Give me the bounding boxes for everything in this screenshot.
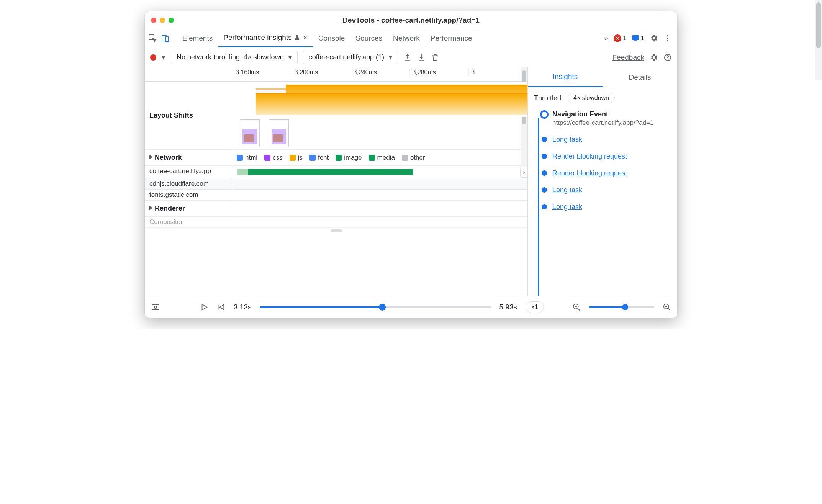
network-host[interactable]: fonts.gstatic.com (145, 190, 233, 200)
network-section-label[interactable]: Network (145, 150, 233, 165)
tab-performance[interactable]: Performance (425, 29, 478, 47)
inspect-icon[interactable] (148, 34, 157, 43)
close-window-button[interactable] (151, 18, 156, 23)
zoom-in-icon[interactable] (663, 303, 671, 311)
playback-speed[interactable]: x1 (526, 301, 544, 313)
recording-select[interactable]: coffee-cart.netlify.app (1)▾ (303, 51, 398, 64)
network-request-bar[interactable] (248, 169, 413, 175)
network-host[interactable]: coffee-cart.netlify.app (145, 166, 233, 178)
layout-shift-thumbnails (233, 117, 527, 149)
help-icon[interactable] (663, 53, 672, 62)
timeline-dot-icon (540, 110, 549, 119)
tab-sources[interactable]: Sources (350, 29, 388, 47)
record-button[interactable] (150, 54, 156, 61)
insight-item[interactable]: Long task (534, 203, 671, 211)
flask-icon (294, 34, 300, 41)
tab-network[interactable]: Network (388, 29, 425, 47)
issues-badge[interactable]: 1 (632, 34, 644, 42)
preview-icon[interactable] (151, 303, 160, 312)
throttling-select[interactable]: No network throttling, 4× slowdown▾ (171, 51, 298, 64)
feedback-link[interactable]: Feedback (612, 53, 644, 62)
chevron-right-icon (149, 206, 152, 210)
minimize-window-button[interactable] (160, 18, 165, 23)
insight-item[interactable]: Long task (534, 135, 671, 144)
panel-settings-icon[interactable] (650, 53, 658, 62)
resize-handle[interactable] (331, 229, 342, 232)
performance-toolbar: ▾ No network throttling, 4× slowdown▾ co… (145, 47, 677, 67)
timeline-chart[interactable] (233, 82, 527, 117)
svg-point-3 (667, 35, 668, 36)
time-ruler[interactable]: 3,160ms 3,200ms 3,240ms 3,280ms 3 (233, 67, 527, 81)
zoom-slider[interactable] (589, 306, 654, 308)
window-title: DevTools - coffee-cart.netlify.app/?ad=1 (145, 16, 677, 25)
chevron-right-icon (149, 155, 152, 159)
time-start: 3.13s (234, 303, 251, 311)
tab-console[interactable]: Console (313, 29, 350, 47)
network-legend: html css js font image media other (233, 151, 429, 165)
close-tab-icon[interactable]: ✕ (303, 34, 308, 41)
issues-icon (632, 34, 639, 42)
import-icon[interactable] (417, 53, 426, 62)
playback-footer: 3.13s 5.93s x1 (145, 296, 677, 318)
renderer-section-label[interactable]: Renderer (145, 201, 233, 216)
expand-sidebar-icon[interactable]: › (520, 167, 528, 178)
tab-insights[interactable]: Insights (528, 67, 603, 87)
svg-point-4 (667, 38, 668, 39)
layout-shift-thumb[interactable] (269, 119, 289, 147)
time-end: 5.93s (499, 303, 517, 311)
insight-item[interactable]: Render blocking request (534, 169, 671, 177)
layout-shift-thumb[interactable] (240, 119, 260, 147)
throttled-row: Throttled: 4× slowdown (528, 87, 677, 109)
kebab-menu-icon[interactable] (663, 34, 672, 43)
tab-elements[interactable]: Elements (177, 29, 218, 47)
more-tabs-icon[interactable]: » (604, 34, 609, 43)
time-slider[interactable] (260, 306, 491, 308)
layout-shifts-label: Layout Shifts (145, 82, 233, 149)
throttled-pill[interactable]: 4× slowdown (568, 93, 615, 103)
delete-icon[interactable] (431, 53, 439, 62)
svg-point-8 (154, 306, 157, 308)
network-host[interactable]: cdnjs.cloudflare.com (145, 178, 233, 189)
error-icon: ✕ (614, 34, 621, 42)
insight-nav-event[interactable]: Navigation Event https://coffee-cart.net… (534, 110, 671, 127)
tab-performance-insights[interactable]: Performance insights ✕ (218, 29, 313, 47)
play-icon[interactable] (200, 303, 208, 311)
settings-icon[interactable] (650, 34, 658, 43)
rewind-icon[interactable] (217, 303, 225, 311)
empty-row-label (145, 67, 233, 81)
svg-rect-7 (152, 304, 159, 310)
maximize-window-button[interactable] (169, 18, 174, 23)
svg-point-5 (667, 40, 668, 41)
insight-item[interactable]: Long task (534, 186, 671, 194)
tab-details[interactable]: Details (603, 67, 677, 87)
compositor-section-label[interactable]: Compositor (145, 217, 233, 227)
insight-item[interactable]: Render blocking request (534, 152, 671, 160)
record-menu-caret[interactable]: ▾ (162, 53, 165, 62)
window-titlebar: DevTools - coffee-cart.netlify.app/?ad=1 (145, 11, 677, 29)
device-toggle-icon[interactable] (161, 34, 170, 43)
devtools-tabs: Elements Performance insights ✕ Console … (145, 29, 677, 47)
errors-badge[interactable]: ✕ 1 (614, 34, 626, 42)
export-icon[interactable] (403, 53, 412, 62)
zoom-out-icon[interactable] (572, 303, 581, 311)
svg-rect-2 (165, 37, 169, 42)
